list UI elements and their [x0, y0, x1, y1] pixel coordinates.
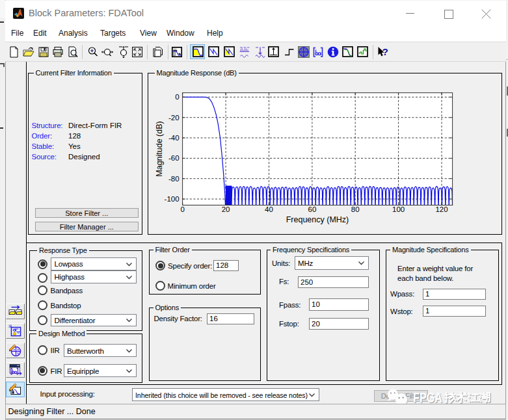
svg-text:120: 120: [435, 205, 448, 213]
svg-text:-20: -20: [168, 114, 180, 122]
svg-text:100: 100: [392, 205, 405, 213]
svg-text:-80: -80: [168, 175, 180, 183]
svg-text:?: ?: [382, 46, 388, 57]
svg-text:Frequency (MHz): Frequency (MHz): [286, 215, 349, 224]
svg-text:40: 40: [265, 205, 273, 213]
svg-text:20: 20: [222, 205, 230, 213]
svg-text:0: 0: [180, 205, 184, 213]
svg-text:80: 80: [351, 205, 360, 213]
svg-text:-40: -40: [168, 134, 180, 142]
svg-text:60: 60: [308, 205, 317, 213]
svg-text:-60: -60: [168, 154, 180, 162]
svg-text:-100: -100: [165, 195, 180, 203]
svg-text:Magnitude (dB): Magnitude (dB): [155, 121, 164, 176]
svg-text:0: 0: [175, 93, 179, 101]
